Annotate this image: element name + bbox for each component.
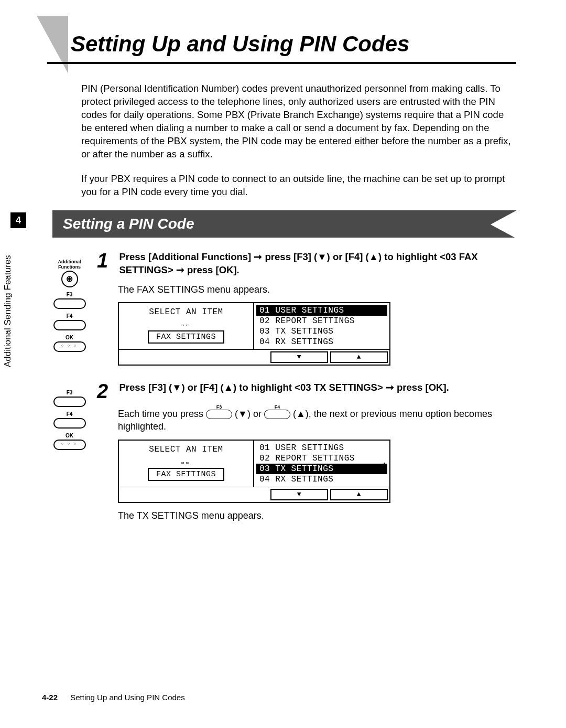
step-2-lcd: SELECT AN ITEM ▭▭ FAX SETTINGS 01 USER S… <box>118 440 390 503</box>
footer-title: Setting Up and Using PIN Codes <box>70 693 184 702</box>
step-1-buttons: Additional Functions ⊛ F3 F4 OK <box>37 251 97 366</box>
page-header: Setting Up and Using PIN Codes <box>47 31 516 64</box>
lcd1-left-title: SELECT AN ITEM <box>125 307 247 317</box>
step-2-buttons: F3 F4 OK <box>37 381 97 528</box>
step-1: Additional Functions ⊛ F3 F4 OK 1 Press … <box>37 251 516 366</box>
lcd2-item-3: 04 RX SETTINGS <box>256 474 387 485</box>
side-label: Additional Sending Features <box>3 255 13 367</box>
lcd2-tabs-icon: ▭▭ <box>125 459 247 466</box>
section-header: Setting a PIN Code <box>52 210 516 238</box>
lcd2-item-2: 03 TX SETTINGS <box>256 464 387 474</box>
lcd1-scroll-indicator: ▲▼ <box>383 304 386 315</box>
footer-page-number: 4-22 <box>42 693 58 702</box>
ok-label-2: OK <box>51 433 89 438</box>
step-2-result: The TX SETTINGS menu appears. <box>118 509 516 522</box>
f3-button[interactable] <box>53 298 86 309</box>
page-title: Setting Up and Using PIN Codes <box>47 31 516 64</box>
intro-paragraph-2: If your PBX requires a PIN code to conne… <box>81 173 516 199</box>
lcd2-left-box: FAX SETTINGS <box>148 468 224 481</box>
f4-label: F4 <box>51 313 89 319</box>
lcd2-item-1: 02 REPORT SETTINGS <box>256 453 387 464</box>
step-2-sub-prefix: Each time you press <box>118 409 206 419</box>
step-2-sub-mid: (▼) or <box>235 409 264 419</box>
lcd2-item-0: 01 USER SETTINGS <box>256 443 387 453</box>
lcd2-up-button[interactable]: ▲ <box>330 489 388 500</box>
lcd1-item-2: 03 TX SETTINGS <box>256 326 387 337</box>
lcd1-item-3: 04 RX SETTINGS <box>256 337 387 347</box>
f3-label-2: F3 <box>51 390 89 395</box>
step-1-sub: The FAX SETTINGS menu appears. <box>118 283 516 296</box>
step-2-sub: Each time you press (▼) or (▲), the next… <box>118 408 516 433</box>
inline-f3-key <box>206 410 232 419</box>
chapter-number: 4 <box>16 215 21 226</box>
lcd1-tabs-icon: ▭▭ <box>125 322 247 328</box>
f4-button-2[interactable] <box>53 418 86 429</box>
additional-functions-label: Additional Functions <box>51 259 89 270</box>
page-footer: 4-22 Setting Up and Using PIN Codes <box>42 693 185 702</box>
up-arrow-icon: ▲ <box>357 353 361 361</box>
f4-label-2: F4 <box>51 411 89 417</box>
f3-label: F3 <box>51 292 89 297</box>
additional-functions-icon: ⊛ <box>66 274 73 284</box>
step-1-lcd: SELECT AN ITEM ▭▭ FAX SETTINGS 01 USER S… <box>118 302 390 366</box>
additional-functions-button[interactable]: ⊛ <box>61 271 78 287</box>
lcd2-down-button[interactable]: ▼ <box>270 489 328 500</box>
ok-label: OK <box>51 335 89 340</box>
lcd2-left-title: SELECT AN ITEM <box>125 445 247 454</box>
section-header-text: Setting a PIN Code <box>63 216 194 232</box>
step-2: F3 F4 OK 2 Press [F3] (▼) or [F4] (▲) to… <box>37 381 516 528</box>
f3-button-2[interactable] <box>53 397 86 407</box>
lcd1-item-0: 01 USER SETTINGS <box>256 305 387 316</box>
ok-button[interactable] <box>53 341 86 352</box>
inline-f4-key <box>264 410 290 419</box>
lcd1-left-box: FAX SETTINGS <box>148 330 224 344</box>
lcd1-down-button[interactable]: ▼ <box>270 351 328 363</box>
f4-button[interactable] <box>53 320 86 330</box>
step-2-instruction: Press [F3] (▼) or [F4] (▲) to highlight … <box>119 381 512 394</box>
down-arrow-icon: ▼ <box>297 353 301 361</box>
step-1-instruction: Press [Additional Functions] ➞ press [F3… <box>119 251 512 277</box>
intro-paragraph-1: PIN (Personal Identification Number) cod… <box>81 82 516 161</box>
lcd1-up-button[interactable]: ▲ <box>330 351 388 363</box>
up-arrow-icon-2: ▲ <box>357 490 361 498</box>
lcd1-item-1: 02 REPORT SETTINGS <box>256 316 387 326</box>
lcd2-scroll-indicator: ▲▼ <box>383 462 386 472</box>
step-2-number: 2 <box>97 381 113 401</box>
chapter-tab: 4 <box>10 212 26 228</box>
step-1-number: 1 <box>97 251 113 271</box>
down-arrow-icon-2: ▼ <box>297 490 301 498</box>
ok-button-2[interactable] <box>53 440 86 450</box>
